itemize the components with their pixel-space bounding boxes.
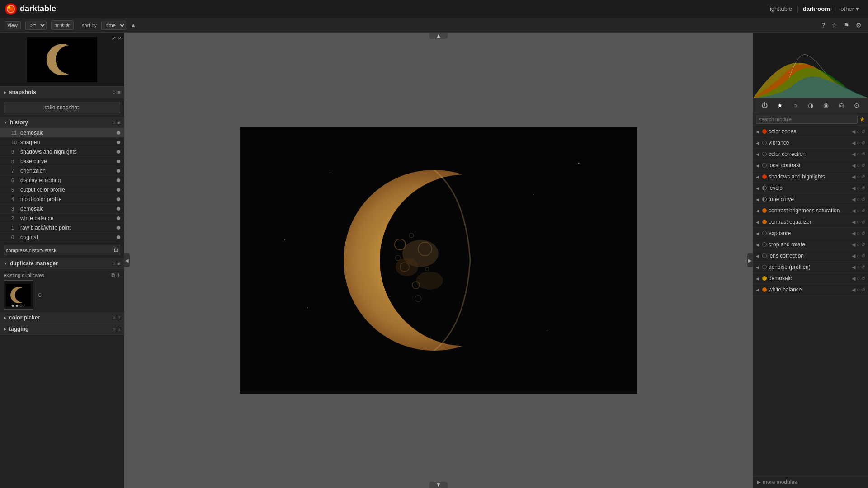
module-action-menu[interactable]: ◀	[852, 242, 855, 248]
module-action-reset[interactable]: ○	[857, 208, 860, 214]
module-action-preset[interactable]: ↺	[861, 287, 865, 293]
module-action-menu[interactable]: ◀	[852, 287, 855, 293]
right-sidebar-toggle[interactable]: ▶	[747, 253, 753, 267]
history-item[interactable]: 7 orientation	[0, 166, 124, 176]
module-action-reset[interactable]: ○	[857, 287, 860, 293]
module-action-preset[interactable]: ↺	[861, 219, 865, 225]
detail-module-icon[interactable]: ⊙	[852, 100, 862, 110]
module-action-menu[interactable]: ◀	[852, 208, 855, 214]
module-item[interactable]: ◀denoise (profiled)◀○↺	[753, 262, 868, 273]
module-action-reset[interactable]: ○	[857, 197, 860, 202]
tone-module-icon[interactable]: ◎	[836, 100, 846, 110]
module-action-preset[interactable]: ↺	[861, 129, 865, 135]
settings-icon[interactable]: ⚙	[854, 21, 863, 30]
module-item[interactable]: ◀vibrance◀○↺	[753, 137, 868, 149]
module-action-menu[interactable]: ◀	[852, 264, 855, 270]
search-module-input[interactable]	[756, 115, 858, 124]
half-circle-module-icon[interactable]: ◑	[806, 100, 816, 110]
module-action-preset[interactable]: ↺	[861, 242, 865, 248]
view-select[interactable]: >=	[25, 21, 47, 30]
history-item[interactable]: 9 shadows and highlights	[0, 147, 124, 157]
compress-history-button[interactable]: compress history stack ⊞	[4, 245, 120, 255]
history-item[interactable]: 4 input color profile	[0, 195, 124, 204]
module-action-preset[interactable]: ↺	[861, 253, 865, 259]
preview-thumbnail[interactable]	[27, 37, 97, 82]
module-action-reset[interactable]: ○	[857, 163, 860, 169]
history-header[interactable]: ▼ history ○ ≡	[0, 117, 124, 128]
take-snapshot-button[interactable]: take snapshot	[4, 102, 120, 113]
module-action-reset[interactable]: ○	[857, 276, 860, 282]
module-action-reset[interactable]: ○	[857, 174, 860, 180]
module-item[interactable]: ◀lens correction◀○↺	[753, 250, 868, 262]
module-action-preset[interactable]: ↺	[861, 163, 865, 169]
history-item[interactable]: 6 display encoding	[0, 176, 124, 185]
module-item[interactable]: ◀exposure◀○↺	[753, 228, 868, 239]
module-action-preset[interactable]: ↺	[861, 174, 865, 180]
top-panel-toggle[interactable]: ▲	[429, 33, 448, 39]
module-action-menu[interactable]: ◀	[852, 276, 855, 282]
module-item[interactable]: ◀contrast brightness saturation◀○↺	[753, 205, 868, 216]
module-action-preset[interactable]: ↺	[861, 140, 865, 146]
sort-order-icon[interactable]: ▲	[131, 22, 136, 28]
module-action-preset[interactable]: ↺	[861, 208, 865, 214]
module-item[interactable]: ◀tone curve◀○↺	[753, 194, 868, 205]
dup-add-icon[interactable]: +	[117, 272, 120, 278]
more-modules-button[interactable]: ▶ more modules	[753, 476, 868, 488]
module-item[interactable]: ◀color zones◀○↺	[753, 126, 868, 137]
help-icon[interactable]: ?	[820, 21, 827, 30]
module-item[interactable]: ◀demosaic◀○↺	[753, 273, 868, 284]
module-action-menu[interactable]: ◀	[852, 197, 855, 202]
module-action-preset[interactable]: ↺	[861, 151, 865, 157]
module-item[interactable]: ◀levels◀○↺	[753, 183, 868, 194]
module-action-reset[interactable]: ○	[857, 140, 860, 146]
module-action-menu[interactable]: ◀	[852, 163, 855, 169]
module-action-menu[interactable]: ◀	[852, 174, 855, 180]
snapshots-header[interactable]: ▶ snapshots ○ ≡	[0, 87, 124, 98]
module-action-preset[interactable]: ↺	[861, 197, 865, 202]
module-action-menu[interactable]: ◀	[852, 219, 855, 225]
power-icon[interactable]: ⏻	[760, 100, 769, 110]
history-item[interactable]: 8 base curve	[0, 157, 124, 166]
module-item[interactable]: ◀shadows and highlights◀○↺	[753, 171, 868, 183]
module-item[interactable]: ◀color correction◀○↺	[753, 149, 868, 160]
history-item[interactable]: 0 original	[0, 233, 124, 242]
history-item[interactable]: 5 output color profile	[0, 185, 124, 195]
sort-select[interactable]: time	[101, 21, 126, 30]
module-action-reset[interactable]: ○	[857, 129, 860, 135]
circle-module-icon[interactable]: ○	[790, 100, 800, 110]
module-action-reset[interactable]: ○	[857, 185, 860, 191]
star-module-icon[interactable]: ★	[775, 100, 785, 110]
history-item[interactable]: 1 raw black/white point	[0, 223, 124, 233]
nav-lighttable[interactable]: lighttable	[764, 4, 797, 14]
module-action-menu[interactable]: ◀	[852, 140, 855, 146]
module-action-preset[interactable]: ↺	[861, 185, 865, 191]
module-item[interactable]: ◀contrast equalizer◀○↺	[753, 216, 868, 228]
module-action-preset[interactable]: ↺	[861, 276, 865, 282]
module-action-reset[interactable]: ○	[857, 253, 860, 259]
module-action-preset[interactable]: ↺	[861, 230, 865, 236]
history-item[interactable]: 10 sharpen	[0, 138, 124, 147]
bottom-panel-toggle[interactable]: ▼	[429, 482, 448, 488]
module-action-reset[interactable]: ○	[857, 151, 860, 157]
stars-filter[interactable]: ★★★	[51, 20, 74, 30]
dup-thumbnail[interactable]: ★★☆ ·	[4, 280, 33, 310]
module-action-menu[interactable]: ◀	[852, 185, 855, 191]
color-module-icon[interactable]: ◉	[821, 100, 831, 110]
history-item[interactable]: 3 demosaic	[0, 204, 124, 214]
history-item[interactable]: 11 demosaic	[0, 128, 124, 138]
module-action-reset[interactable]: ○	[857, 219, 860, 225]
flag-icon[interactable]: ⚑	[842, 21, 851, 30]
logo[interactable]: darktable	[5, 3, 56, 15]
duplicate-manager-header[interactable]: ▼ duplicate manager ○ ≡	[0, 258, 124, 269]
search-star-icon[interactable]: ★	[859, 116, 865, 123]
module-action-menu[interactable]: ◀	[852, 230, 855, 236]
module-action-reset[interactable]: ○	[857, 264, 860, 270]
color-picker-header[interactable]: ▶ color picker ○ ≡	[0, 312, 124, 324]
dup-copy-icon[interactable]: ⧉	[111, 272, 115, 278]
module-action-preset[interactable]: ↺	[861, 264, 865, 270]
module-item[interactable]: ◀white balance◀○↺	[753, 284, 868, 296]
nav-darkroom[interactable]: darkroom	[798, 4, 835, 14]
left-sidebar-toggle[interactable]: ◀	[124, 253, 130, 267]
module-item[interactable]: ◀crop and rotate◀○↺	[753, 239, 868, 250]
module-action-reset[interactable]: ○	[857, 230, 860, 236]
